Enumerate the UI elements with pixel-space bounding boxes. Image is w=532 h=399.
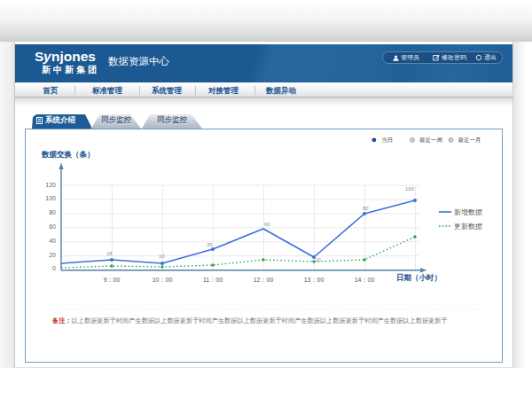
svg-text:0: 0 <box>52 265 56 271</box>
svg-text:60: 60 <box>264 222 270 227</box>
svg-text:13：00: 13：00 <box>304 277 325 283</box>
svg-text:10：00: 10：00 <box>153 277 173 283</box>
svg-text:10: 10 <box>159 254 165 259</box>
svg-text:更新数据: 更新数据 <box>454 223 482 231</box>
svg-text:12：00: 12：00 <box>254 277 274 283</box>
svg-text:40: 40 <box>49 238 56 244</box>
svg-text:18: 18 <box>106 251 113 256</box>
svg-text:100: 100 <box>405 186 415 192</box>
svg-text:60: 60 <box>49 223 56 230</box>
svg-text:14：00: 14：00 <box>355 277 375 283</box>
svg-text:新增数据: 新增数据 <box>454 208 482 216</box>
svg-text:35: 35 <box>207 242 213 247</box>
svg-text:9：00: 9：00 <box>104 277 121 283</box>
svg-text:10: 10 <box>315 257 321 262</box>
svg-text:最近一周: 最近一周 <box>419 137 442 143</box>
svg-text:80: 80 <box>49 209 56 215</box>
svg-text:120: 120 <box>45 182 56 188</box>
svg-text:当日: 当日 <box>381 137 393 143</box>
svg-text:备注：以上数据更新于时间产生数据以上数据更新于时间产生数据以: 备注：以上数据更新于时间产生数据以上数据更新于时间产生数据以上数据更新于时间产生… <box>51 317 448 325</box>
svg-text:100: 100 <box>45 195 56 201</box>
svg-text:最近一月: 最近一月 <box>458 137 481 144</box>
svg-text:日期（小时）: 日期（小时） <box>396 273 442 282</box>
svg-text:11：00: 11：00 <box>203 277 223 283</box>
svg-text:20: 20 <box>49 252 56 258</box>
svg-text:数据交换（条）: 数据交换（条） <box>41 150 95 159</box>
svg-text:80: 80 <box>363 206 369 211</box>
